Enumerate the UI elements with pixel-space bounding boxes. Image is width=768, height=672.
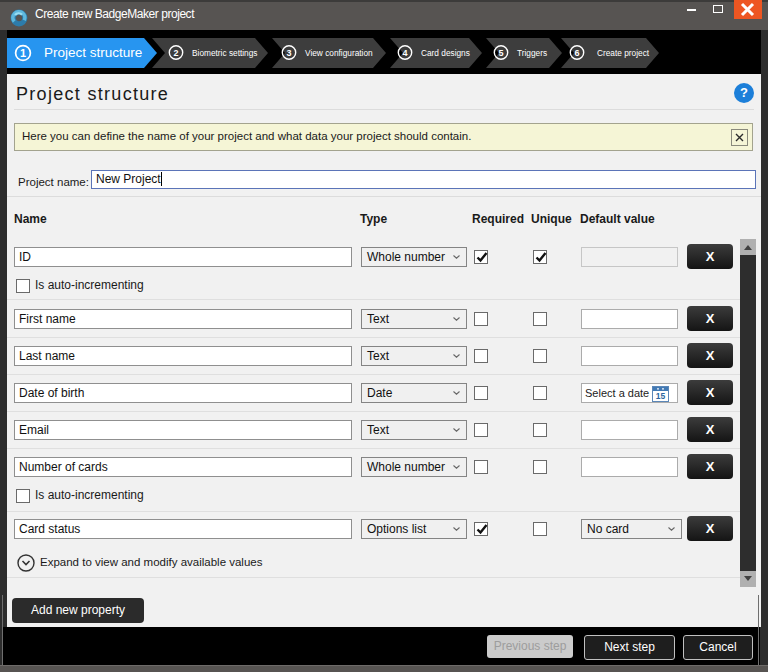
svg-text:15: 15 — [656, 391, 666, 401]
svg-text:Triggers: Triggers — [517, 48, 547, 58]
svg-text:5: 5 — [498, 48, 503, 58]
svg-text:1: 1 — [20, 47, 26, 59]
svg-text:6: 6 — [574, 48, 579, 58]
svg-text:2: 2 — [173, 48, 178, 58]
svg-text:Project structure: Project structure — [44, 45, 142, 60]
svg-text:3: 3 — [286, 48, 291, 58]
svg-text:4: 4 — [402, 48, 407, 58]
svg-text:Biometric settings: Biometric settings — [192, 48, 257, 58]
svg-text:View configuration: View configuration — [305, 48, 373, 58]
svg-text:Create project: Create project — [597, 48, 650, 58]
svg-text:Card designs: Card designs — [421, 48, 470, 58]
